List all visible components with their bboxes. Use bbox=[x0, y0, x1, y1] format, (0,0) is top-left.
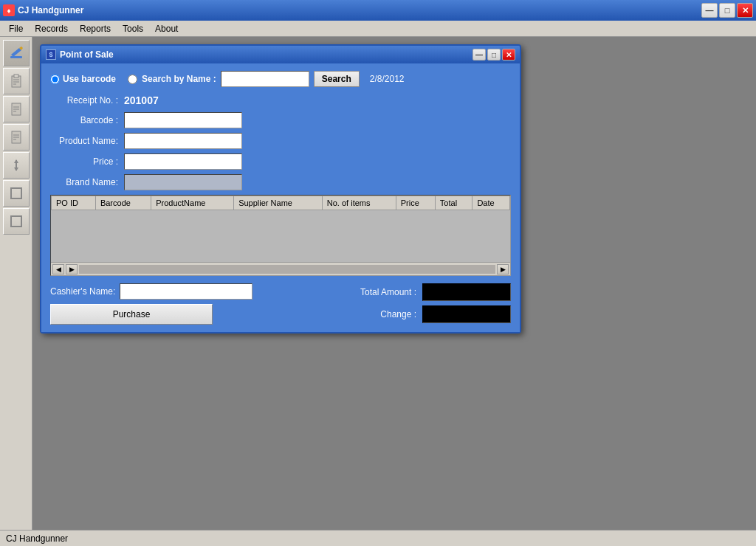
brand-name-input[interactable] bbox=[124, 174, 242, 190]
pos-dialog-icon: $ bbox=[46, 49, 56, 60]
purchase-button[interactable]: Purchase bbox=[50, 304, 213, 325]
sidebar-btn-2[interactable] bbox=[3, 96, 30, 122]
statusbar-text: CJ Handgunner bbox=[6, 533, 68, 544]
titlebar-buttons: — □ ✕ bbox=[701, 3, 753, 18]
table-body-area[interactable] bbox=[51, 210, 510, 262]
use-barcode-radio[interactable] bbox=[50, 75, 60, 84]
menu-about[interactable]: About bbox=[149, 22, 184, 35]
search-by-name-group: Search by Name : Search 2/8/2012 bbox=[128, 71, 404, 87]
use-barcode-group: Use barcode bbox=[50, 74, 116, 84]
change-row: Change : bbox=[380, 305, 511, 323]
svg-rect-4 bbox=[14, 75, 18, 77]
col-no-of-items: No. of items bbox=[322, 196, 396, 210]
bottom-right: Total Amount : Change : bbox=[360, 283, 511, 323]
pos-minimize-button[interactable]: — bbox=[472, 49, 486, 61]
col-total: Total bbox=[435, 196, 472, 210]
table-header: PO ID Barcode ProductName Supplier Name … bbox=[52, 196, 510, 210]
receipt-label: Receipt No. : bbox=[50, 95, 124, 106]
po-table: PO ID Barcode ProductName Supplier Name … bbox=[51, 196, 510, 210]
svg-marker-17 bbox=[14, 159, 18, 163]
barcode-input[interactable] bbox=[124, 112, 242, 128]
arrows-icon bbox=[9, 158, 24, 173]
total-amount-display bbox=[422, 283, 511, 301]
search-button[interactable]: Search bbox=[314, 71, 360, 87]
radio-search-row: Use barcode Search by Name : Search 2/8/… bbox=[50, 71, 511, 87]
pos-body: Use barcode Search by Name : Search 2/8/… bbox=[41, 63, 520, 332]
table-scrollbar: ◀ ▶ ▶ bbox=[51, 262, 510, 275]
box2-icon bbox=[9, 214, 24, 229]
sidebar-btn-edit[interactable] bbox=[3, 40, 30, 66]
total-amount-row: Total Amount : bbox=[360, 283, 511, 301]
receipt-number: 201007 bbox=[124, 94, 159, 106]
col-barcode: Barcode bbox=[95, 196, 151, 210]
col-price: Price bbox=[396, 196, 435, 210]
bottom-area: Cashier's Name: Purchase Total Amount : … bbox=[50, 283, 511, 325]
scroll-track[interactable] bbox=[79, 265, 495, 274]
price-label: Price : bbox=[50, 156, 124, 167]
total-amount-label: Total Amount : bbox=[360, 287, 416, 297]
use-barcode-label: Use barcode bbox=[63, 74, 116, 84]
sidebar-btn-box1[interactable] bbox=[3, 180, 30, 207]
sidebar-btn-1[interactable] bbox=[3, 68, 30, 94]
barcode-row: Barcode : bbox=[50, 112, 511, 128]
bottom-left: Cashier's Name: Purchase bbox=[50, 283, 252, 325]
sidebar-btn-3[interactable] bbox=[3, 124, 30, 151]
brand-name-row: Brand Name: bbox=[50, 174, 511, 190]
brand-name-label: Brand Name: bbox=[50, 177, 124, 187]
receipt-row: Receipt No. : 201007 bbox=[50, 94, 511, 106]
doc-icon bbox=[9, 102, 24, 117]
table-container: PO ID Barcode ProductName Supplier Name … bbox=[50, 195, 511, 276]
change-label: Change : bbox=[380, 309, 416, 319]
clipboard-icon bbox=[9, 74, 24, 89]
change-display bbox=[422, 305, 511, 323]
price-row: Price : bbox=[50, 153, 511, 170]
price-input[interactable] bbox=[124, 153, 242, 170]
product-name-input[interactable] bbox=[124, 133, 242, 149]
menu-reports[interactable]: Reports bbox=[74, 22, 117, 35]
main-content: $ Point of Sale — □ ✕ Use barcode Search… bbox=[32, 37, 756, 530]
svg-rect-20 bbox=[11, 216, 21, 227]
col-supplier-name: Supplier Name bbox=[234, 196, 323, 210]
sidebar-btn-arrows[interactable] bbox=[3, 152, 30, 179]
svg-marker-1 bbox=[11, 48, 21, 57]
search-by-name-radio[interactable] bbox=[128, 75, 137, 84]
pos-dialog-title: Point of Sale bbox=[60, 49, 472, 60]
barcode-label: Barcode : bbox=[50, 115, 124, 125]
doc2-icon bbox=[9, 130, 24, 145]
app-title: CJ Handgunner bbox=[18, 5, 701, 15]
scroll-left-button[interactable]: ◀ bbox=[52, 264, 64, 274]
app-minimize-button[interactable]: — bbox=[701, 3, 718, 18]
pos-titlebar: $ Point of Sale — □ ✕ bbox=[41, 46, 520, 63]
box1-icon bbox=[9, 186, 24, 201]
table-header-row: PO ID Barcode ProductName Supplier Name … bbox=[52, 196, 510, 210]
svg-rect-19 bbox=[11, 188, 21, 198]
cashier-row: Cashier's Name: bbox=[50, 283, 252, 300]
menu-file[interactable]: File bbox=[3, 22, 29, 35]
pos-titlebar-buttons: — □ ✕ bbox=[472, 49, 515, 61]
app-maximize-button[interactable]: □ bbox=[719, 3, 735, 18]
scroll-right-button[interactable]: ▶ bbox=[497, 264, 509, 274]
col-date: Date bbox=[472, 196, 510, 210]
search-by-name-label: Search by Name : bbox=[142, 74, 216, 84]
scroll-right-btn2[interactable]: ▶ bbox=[66, 264, 78, 274]
pos-close-button[interactable]: ✕ bbox=[502, 49, 515, 61]
app-titlebar: ♦ CJ Handgunner — □ ✕ bbox=[0, 0, 756, 21]
menu-records[interactable]: Records bbox=[29, 22, 74, 35]
search-by-name-input[interactable] bbox=[221, 71, 309, 87]
pos-maximize-button[interactable]: □ bbox=[487, 49, 501, 61]
statusbar: CJ Handgunner bbox=[0, 530, 756, 546]
sidebar bbox=[0, 37, 32, 530]
cashier-name-input[interactable] bbox=[120, 283, 252, 300]
product-name-row: Product Name: bbox=[50, 133, 511, 149]
cashier-label: Cashier's Name: bbox=[50, 286, 115, 297]
edit-icon bbox=[9, 46, 24, 61]
col-product-name: ProductName bbox=[151, 196, 234, 210]
menu-tools[interactable]: Tools bbox=[117, 22, 149, 35]
col-po-id: PO ID bbox=[52, 196, 96, 210]
app-close-button[interactable]: ✕ bbox=[737, 3, 753, 18]
app-icon: ♦ bbox=[3, 4, 15, 16]
menubar: File Records Reports Tools About bbox=[0, 21, 756, 37]
pos-dialog: $ Point of Sale — □ ✕ Use barcode Search… bbox=[40, 44, 521, 334]
date-label: 2/8/2012 bbox=[370, 74, 405, 84]
sidebar-btn-box2[interactable] bbox=[3, 208, 30, 235]
